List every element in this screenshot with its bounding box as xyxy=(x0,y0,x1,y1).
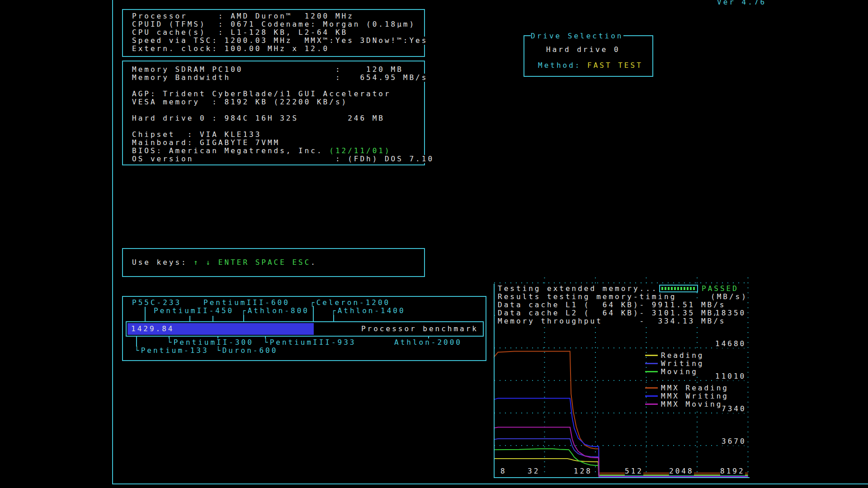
test-status-badge: PASSED xyxy=(702,285,739,293)
agp-line: AGP: Trident CyberBlade/i1 GUI Accelerat… xyxy=(132,90,391,98)
benchmark-label-athlon-2000: Athlon-2000 xyxy=(394,338,462,347)
data-cache-l2-line: Data cache L2 ( 64 KB)- 3101.35 MB/s xyxy=(498,309,726,317)
vesa-memory-line: VESA memory : 8192 KB (22200 KB/s) xyxy=(132,98,348,106)
bios-vendor: BIOS: American Megatrends, Inc. xyxy=(132,146,329,155)
method-value: FAST TEST xyxy=(587,61,643,70)
tick-p55c-233 xyxy=(145,307,146,321)
processor-line: Processor : AMD Duron™ 1200 MHz xyxy=(132,12,354,20)
legend-label-writing: Writing xyxy=(661,360,704,368)
hard-drive-line: Hard drive 0 : 984C 16H 32S 246 MB xyxy=(132,114,385,122)
legend-swatch-mmx-writing xyxy=(645,395,658,397)
results-heading: Results testing memory-timing xyxy=(498,293,676,301)
os-version-line: OS version : (FDh) DOS 7.10 xyxy=(132,155,434,163)
keys-help-prefix: Use keys: xyxy=(132,258,193,267)
data-cache-l1-line: Data cache L1 ( 64 KB)- 9911.51 MB/s xyxy=(498,301,726,309)
chart-border-bottom xyxy=(494,477,750,478)
drive-selection-title: Drive Selection xyxy=(531,32,623,40)
bios-line: BIOS: American Megatrends, Inc. (12/11/0… xyxy=(132,147,391,155)
legend-swatch-writing xyxy=(645,363,658,364)
benchmark-label-celeron-1200: ┌Celeron-1200 xyxy=(310,299,390,307)
legend-label-mmx-moving: MMX Moving xyxy=(661,400,722,408)
results-unit-label: (MB/s) xyxy=(711,293,748,301)
x-tick-8: 8 xyxy=(500,467,507,475)
benchmark-label-p55c-233: P55C-233 xyxy=(132,299,181,307)
y-tick-14680: 14680 xyxy=(715,340,746,348)
chart-border-left xyxy=(494,284,495,478)
tick-athlon-800 xyxy=(243,315,244,321)
x-tick-512: 512 xyxy=(625,467,643,475)
benchmark-label-athlon-800: ┌Athlon-800 xyxy=(241,307,309,315)
tick-pentiumii-450 xyxy=(189,316,190,321)
hardware-info-box: Memory SDRAM PC100 : 120 MB Memory Bandw… xyxy=(122,61,425,165)
keys-help-line: Use keys: ↑ ↓ ENTER SPACE ESC. xyxy=(132,258,317,267)
keys-help-box: Use keys: ↑ ↓ ENTER SPACE ESC. xyxy=(122,248,425,277)
benchmark-label-pentiumiii-600: PentiumIII-600 xyxy=(203,299,290,307)
dos-diagnostic-screen: { "version_label": "Ver 4.76", "colors":… xyxy=(0,0,868,488)
speed-tsc-line: Speed via TSC: 1200.03 MHz MMX™:Yes 3DNo… xyxy=(132,37,428,45)
benchmark-bar-frame: 1429.84 Processor benchmark xyxy=(126,321,484,337)
legend-label-reading: Reading xyxy=(661,352,704,360)
x-tick-8192: 8192 xyxy=(720,467,745,475)
benchmark-label-pentiumii-450: PentiumII-450 xyxy=(154,307,234,315)
legend-label-mmx-reading: MMX Reading xyxy=(661,384,729,392)
memory-size-line: Memory SDRAM PC100 : 120 MB xyxy=(132,66,403,74)
tick-athlon-1400 xyxy=(333,315,334,321)
extern-clock-line: Extern. clock: 100.00 MHz x 12.0 xyxy=(132,45,329,53)
tick-pentiumiii-600 xyxy=(212,316,213,321)
progressbar-fill xyxy=(661,287,696,290)
benchmark-label-pentiumii-300: └PentiumII-300 xyxy=(167,338,254,347)
drive-selection-dialog: Drive Selection Hard drive 0 Method: FAS… xyxy=(524,35,653,77)
x-tick-32: 32 xyxy=(528,467,540,475)
screen-border-left xyxy=(112,0,113,484)
benchmark-label-pentiumiii-933: └PentiumIII-933 xyxy=(264,338,356,347)
benchmark-label-athlon-1400: ┌Athlon-1400 xyxy=(331,307,406,315)
processor-benchmark-box: P55C-233 PentiumIII-600 ┌Celeron-1200 Pe… xyxy=(122,296,486,361)
screen-border-bottom xyxy=(112,483,868,484)
benchmark-value: 1429.84 xyxy=(131,325,174,333)
cpu-cache-line: CPU cache(s) : L1-128 KB, L2-64 KB xyxy=(132,28,348,37)
memory-bandwidth-line: Memory Bandwidth : 654.95 MB/s xyxy=(132,74,428,82)
benchmark-label-pentium-133: └Pentium-133 xyxy=(135,347,209,355)
y-tick-11010: 11010 xyxy=(715,372,746,380)
y-tick-7340: 7340 xyxy=(722,405,746,413)
x-tick-2048: 2048 xyxy=(669,467,694,475)
bios-date: (12/11/01) xyxy=(329,146,391,155)
system-info-box: Processor : AMD Duron™ 1200 MHz CPUID (T… xyxy=(122,9,425,57)
legend-label-moving: Moving xyxy=(661,368,698,376)
keys-help-keys: ↑ ↓ ENTER SPACE ESC xyxy=(193,258,311,267)
legend-swatch-moving xyxy=(645,371,658,372)
y-tick-18350: 18350 xyxy=(715,309,746,317)
tick-celeron-1200 xyxy=(313,306,314,321)
legend-swatch-reading xyxy=(645,355,658,356)
chipset-line: Chipset : VIA KLE133 xyxy=(132,131,261,139)
memory-test-progressbar xyxy=(659,285,698,292)
chart-series-lines xyxy=(494,352,748,477)
version-label: Ver 4.76 xyxy=(717,0,766,6)
method-label: Method: xyxy=(538,61,587,70)
memory-throughput-line: Memory throughput - 334.13 MB/s xyxy=(498,317,726,325)
testing-memory-label: Testing extended memory... xyxy=(498,285,658,293)
method-line[interactable]: Method: FAST TEST xyxy=(538,61,643,70)
cpuid-line: CPUID (TFMS) : 0671 Codename: Morgan (0.… xyxy=(132,20,415,28)
mainboard-line: Mainboard: GIGABYTE 7VMM xyxy=(132,139,280,147)
benchmark-title: Processor benchmark xyxy=(361,325,478,333)
drive-item-hard-drive-0[interactable]: Hard drive 0 xyxy=(546,46,620,54)
legend-swatch-mmx-moving xyxy=(645,404,658,405)
x-tick-128: 128 xyxy=(574,467,592,475)
benchmark-label-duron-600: └Duron-600 xyxy=(216,347,278,355)
keys-help-suffix: . xyxy=(311,258,317,267)
y-tick-3670: 3670 xyxy=(722,437,746,446)
legend-swatch-mmx-reading xyxy=(645,387,658,389)
legend-label-mmx-writing: MMX Writing xyxy=(661,392,729,400)
